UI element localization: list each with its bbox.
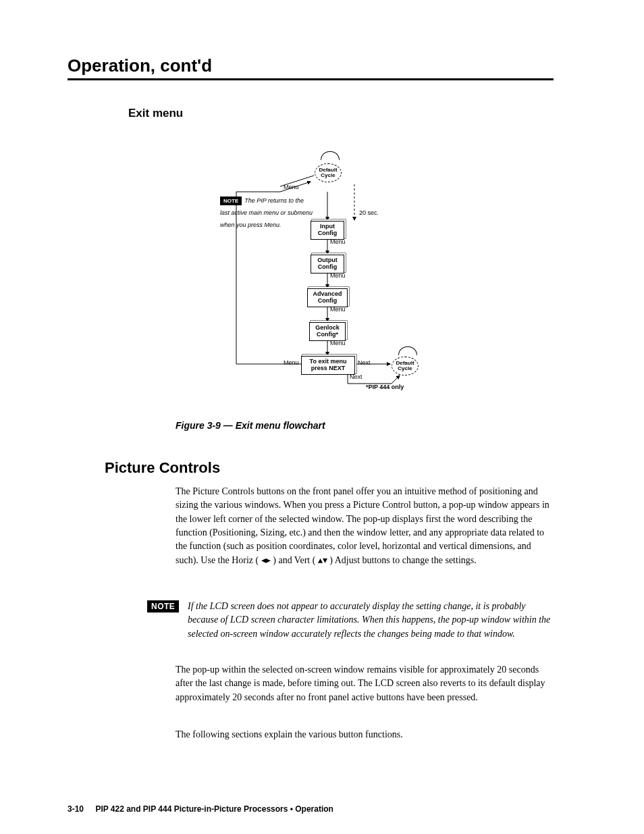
header-rule xyxy=(68,78,554,80)
next-label: Next xyxy=(358,359,371,366)
page-number: 3-10 xyxy=(68,804,84,814)
input-config-node: Input Config xyxy=(311,221,344,240)
section-title: Exit menu xyxy=(128,107,183,120)
note-paragraph: If the LCD screen does not appear to acc… xyxy=(188,600,554,641)
menu-label-5: Menu xyxy=(330,340,346,346)
footer: 3-10 PIP 422 and PIP 444 Picture-in-Pict… xyxy=(68,804,333,814)
horiz-arrows-icon: ◂▸ xyxy=(261,554,271,565)
pip444-only-label: *PIP 444 only xyxy=(366,384,404,390)
note-badge-big: NOTE xyxy=(147,600,179,613)
loop-icon xyxy=(321,151,340,160)
default-cycle-node: Default Cycle xyxy=(315,163,342,182)
default-cycle-node-2: Default Cycle xyxy=(392,357,419,375)
menu-label-4: Menu xyxy=(330,306,346,313)
output-config-node: Output Config xyxy=(311,255,344,273)
menu-label-left: Menu xyxy=(284,359,299,366)
page: Operation, cont'd Exit menu xyxy=(0,0,644,834)
p1c: ) Adjust buttons to change the settings. xyxy=(327,555,477,565)
flow-note: NOTE The PIP returns to the last active … xyxy=(220,193,313,230)
twenty-sec-label: 20 sec. xyxy=(359,209,379,216)
menu-label-2: Menu xyxy=(330,238,346,245)
menu-label: Menu xyxy=(284,184,299,190)
advanced-config-node: Advanced Config xyxy=(307,288,348,307)
p1a: The Picture Controls buttons on the fron… xyxy=(176,486,549,565)
body-paragraph-1: The Picture Controls buttons on the fron… xyxy=(176,485,554,568)
vert-arrows-icon: ▴▾ xyxy=(318,554,327,565)
note-badge: NOTE xyxy=(220,197,242,205)
exit-menu-node: To exit menu press NEXT xyxy=(301,356,355,375)
body-paragraph-2: The pop-up within the selected on-screen… xyxy=(176,663,554,704)
next-label-2: Next xyxy=(350,373,363,380)
picture-controls-heading: Picture Controls xyxy=(105,459,220,477)
page-title: Operation, cont'd xyxy=(68,55,212,76)
body-paragraph-3: The following sections explain the vario… xyxy=(176,728,554,741)
footer-text: PIP 422 and PIP 444 Picture-in-Picture P… xyxy=(95,804,333,814)
note-callout: NOTE xyxy=(147,600,179,613)
p1b: ) and Vert ( xyxy=(271,555,318,565)
genlock-config-node: Genlock Config* xyxy=(309,322,346,341)
menu-label-3: Menu xyxy=(330,272,346,279)
exit-menu-flowchart: Default Cycle Menu 20 sec. NOTE The PIP … xyxy=(176,155,459,398)
figure-caption: Figure 3-9 — Exit menu flowchart xyxy=(176,420,325,431)
svg-line-10 xyxy=(392,375,400,384)
